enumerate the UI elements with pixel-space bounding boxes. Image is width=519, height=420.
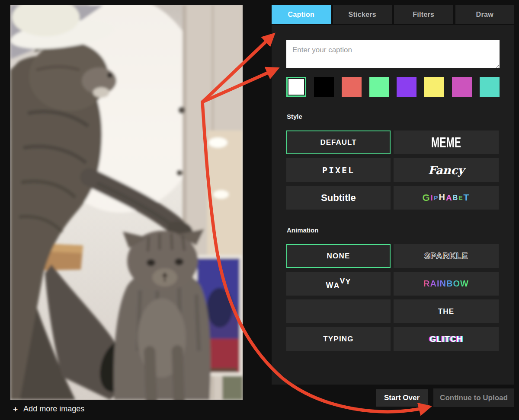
continue-to-upload-button[interactable]: Continue to Upload xyxy=(433,388,514,407)
animation-option-glitch-label: GLITCH xyxy=(429,334,463,344)
style-option-fancy-label: Fancy xyxy=(428,164,465,177)
style-option-giphabet[interactable]: G I P H A B E T xyxy=(394,186,499,210)
editor-tabs: Caption Stickers Filters Draw xyxy=(272,5,514,24)
caption-panel: Style DEFAULT MEME PIXEL Fancy Subtitle … xyxy=(272,25,514,385)
add-more-images-button[interactable]: + Add more images xyxy=(13,404,84,414)
giphabet-letter: E xyxy=(458,194,463,201)
style-section-label: Style xyxy=(287,113,302,120)
giphabet-letter: G xyxy=(423,192,431,204)
giphabet-letter: B xyxy=(453,194,459,202)
swatch-magenta[interactable] xyxy=(452,77,472,97)
style-option-fancy[interactable]: Fancy xyxy=(394,158,499,182)
swatch-teal[interactable] xyxy=(480,77,500,97)
animation-option-sparkle[interactable]: SPARKLE xyxy=(394,244,499,268)
start-over-button[interactable]: Start Over xyxy=(376,389,428,407)
animation-option-typing-label: TYPING xyxy=(323,335,354,344)
giphabet-letter: P xyxy=(433,194,439,201)
giphabet-letter: H xyxy=(439,192,445,202)
animation-option-blank[interactable] xyxy=(286,299,391,323)
caption-input[interactable] xyxy=(286,40,500,68)
animation-option-rainbow-label: RAINBOW xyxy=(423,279,469,289)
wavy-letter: W xyxy=(326,281,333,290)
plus-icon: + xyxy=(13,405,18,413)
animation-section-label: Animation xyxy=(287,226,318,234)
tab-stickers[interactable]: Stickers xyxy=(333,5,392,24)
gif-preview-canvas[interactable] xyxy=(10,5,243,400)
animation-option-sparkle-label: SPARKLE xyxy=(424,251,468,261)
animation-option-glitch[interactable]: GLITCH xyxy=(394,327,499,351)
style-option-default[interactable]: DEFAULT xyxy=(286,130,391,154)
swatch-black[interactable] xyxy=(314,77,334,97)
add-more-images-label: Add more images xyxy=(23,404,84,414)
style-option-pixel-label: PIXEL xyxy=(322,165,355,175)
swatch-white[interactable] xyxy=(286,77,306,97)
wavy-letter: V xyxy=(340,277,345,286)
giphabet-letter: A xyxy=(446,193,453,203)
style-option-subtitle[interactable]: Subtitle xyxy=(286,186,391,210)
animation-option-wavy[interactable]: W A V Y xyxy=(286,272,391,296)
tab-draw[interactable]: Draw xyxy=(455,5,515,24)
swatch-purple[interactable] xyxy=(397,77,416,97)
style-option-pixel[interactable]: PIXEL xyxy=(286,158,391,182)
animation-option-typing[interactable]: TYPING xyxy=(286,327,391,351)
cats-gif-frame xyxy=(10,5,243,400)
tab-caption[interactable]: Caption xyxy=(272,5,331,24)
animation-options-grid: NONE SPARKLE W A V Y RAINBOW THE TYPING xyxy=(286,244,499,351)
animation-option-none[interactable]: NONE xyxy=(286,244,391,268)
giphabet-letter: T xyxy=(464,192,470,203)
animation-option-one-by-one[interactable]: THE xyxy=(394,299,499,323)
animation-option-none-label: NONE xyxy=(327,252,350,261)
swatch-salmon[interactable] xyxy=(342,77,362,97)
style-option-meme[interactable]: MEME xyxy=(394,130,499,154)
wavy-letter: Y xyxy=(346,277,351,286)
animation-option-rainbow[interactable]: RAINBOW xyxy=(394,272,499,296)
swatch-mint-green[interactable] xyxy=(369,77,389,97)
giphabet-letter: I xyxy=(431,194,434,203)
tab-filters[interactable]: Filters xyxy=(394,5,453,24)
giphy-gif-editor: + Add more images Caption Stickers Filte… xyxy=(0,0,519,420)
wavy-letter: A xyxy=(333,281,340,290)
style-option-meme-label: MEME xyxy=(431,134,461,151)
animation-option-the-label: THE xyxy=(438,307,455,316)
style-options-grid: DEFAULT MEME PIXEL Fancy Subtitle G I P … xyxy=(286,130,499,210)
caption-color-swatches xyxy=(286,77,500,97)
swatch-yellow[interactable] xyxy=(424,77,444,97)
style-option-default-label: DEFAULT xyxy=(320,138,356,147)
style-option-subtitle-label: Subtitle xyxy=(321,192,356,204)
